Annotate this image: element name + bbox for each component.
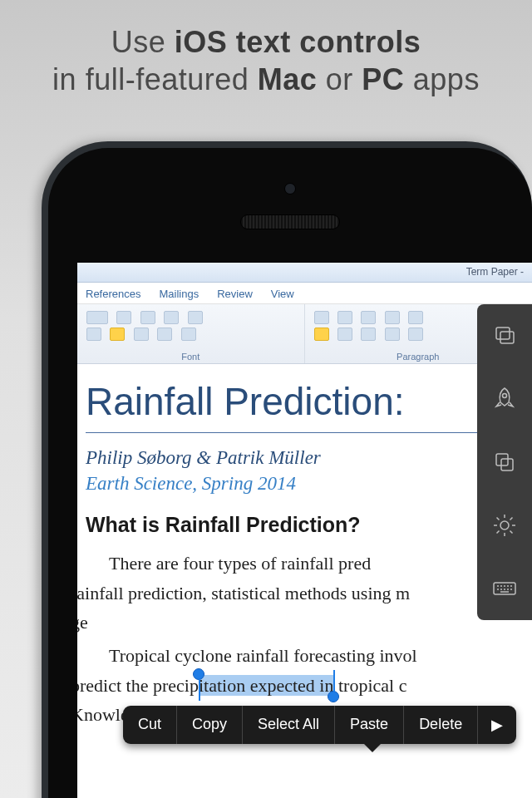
document-body[interactable]: Rainfall Prediction: Philip Søborg & Pat… xyxy=(77,364,532,727)
screen: Term Paper - References Mailings Review … xyxy=(77,263,532,798)
edit-cut[interactable]: Cut xyxy=(123,706,177,744)
headline: Use iOS text controls in full-featured M… xyxy=(0,0,532,98)
doc-heading: What is Rainfall Prediction? xyxy=(86,511,532,539)
tab-view[interactable]: View xyxy=(271,288,294,303)
side-toolbar xyxy=(477,304,532,620)
doc-para-1: There are four types of rainfall pred xyxy=(86,551,532,576)
doc-para-3: Tropical cyclone rainfall forecasting in… xyxy=(86,643,532,668)
increase-indent-btn[interactable] xyxy=(408,311,423,324)
gear-icon[interactable] xyxy=(477,494,532,557)
shading-btn[interactable] xyxy=(157,328,172,341)
selection-handle-left[interactable] xyxy=(193,668,204,680)
phone-camera xyxy=(284,183,296,195)
ribbon: Font Paragraph xyxy=(77,304,532,364)
rocket-icon[interactable] xyxy=(477,367,532,431)
doc-para-4: predict the precipitation expected in tr… xyxy=(86,673,532,698)
doc-subject: Earth Science, Spring 2014 xyxy=(86,470,532,496)
border-btn[interactable] xyxy=(181,328,196,341)
align-center-btn[interactable] xyxy=(337,328,352,341)
tab-mailings[interactable]: Mailings xyxy=(159,288,199,303)
align-right-btn[interactable] xyxy=(361,328,376,341)
edit-paste[interactable]: Paste xyxy=(335,706,404,744)
grow-font-btn[interactable] xyxy=(116,311,131,324)
font-size-btn[interactable] xyxy=(86,311,108,324)
ios-edit-menu: Cut Copy Select All Paste Delete ▶ xyxy=(123,706,516,744)
line-spacing-btn[interactable] xyxy=(408,328,423,341)
bullets-btn[interactable] xyxy=(314,311,329,324)
text-selection[interactable]: itation expected in xyxy=(199,675,334,696)
copy-icon[interactable] xyxy=(477,431,532,494)
windows-icon[interactable] xyxy=(477,304,532,367)
tab-references[interactable]: References xyxy=(86,288,140,303)
phone-frame: Term Paper - References Mailings Review … xyxy=(42,141,532,798)
doc-title: Rainfall Prediction: xyxy=(86,376,532,433)
edit-copy[interactable]: Copy xyxy=(177,706,243,744)
numbering-btn[interactable] xyxy=(337,311,352,324)
justify-btn[interactable] xyxy=(385,328,400,341)
highlight-btn[interactable] xyxy=(110,328,125,341)
ribbon-tabs: References Mailings Review View xyxy=(77,283,532,304)
tab-review[interactable]: Review xyxy=(217,288,253,303)
edit-more[interactable]: ▶ xyxy=(478,706,516,744)
svg-rect-1 xyxy=(500,332,514,343)
selection-handle-right[interactable] xyxy=(328,691,339,702)
window-titlebar: Term Paper - xyxy=(77,263,532,283)
phone-earpiece xyxy=(240,214,340,229)
edit-select-all[interactable]: Select All xyxy=(243,706,335,744)
doc-author: Philip Søborg & Patrik Müller xyxy=(86,445,532,470)
text-effects-btn[interactable] xyxy=(86,328,101,341)
clear-format-btn[interactable] xyxy=(188,311,203,324)
svg-point-2 xyxy=(503,394,507,398)
change-case-btn[interactable] xyxy=(164,311,179,324)
svg-point-5 xyxy=(500,521,509,530)
multilevel-btn[interactable] xyxy=(361,311,376,324)
align-left-btn[interactable] xyxy=(314,328,329,341)
svg-rect-6 xyxy=(494,583,515,594)
font-color-btn[interactable] xyxy=(134,328,149,341)
keyboard-icon[interactable] xyxy=(477,557,532,620)
shrink-font-btn[interactable] xyxy=(140,311,155,324)
window-title: Term Paper - xyxy=(466,266,524,278)
edit-delete[interactable]: Delete xyxy=(404,706,478,744)
ribbon-label-font: Font xyxy=(77,352,304,362)
svg-rect-0 xyxy=(496,328,510,339)
decrease-indent-btn[interactable] xyxy=(385,311,400,324)
ribbon-group-font: Font xyxy=(77,304,305,363)
doc-para-2b: ge xyxy=(86,610,532,635)
doc-para-2: rainfall prediction, statistical methods… xyxy=(86,581,532,606)
